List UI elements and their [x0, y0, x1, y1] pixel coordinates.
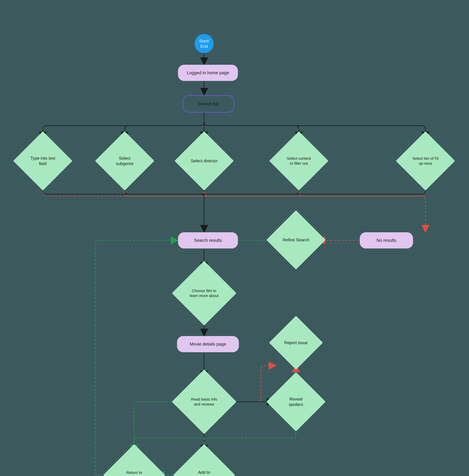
decision-subgenre: Select subgenre — [104, 140, 146, 182]
flowchart-canvas: Start/ End Logged in home page Search ba… — [0, 0, 469, 476]
decision-subgenre-label: Select subgenre — [104, 140, 146, 182]
decision-spoilers-label: Reveal spoilers — [275, 381, 317, 423]
decision-tier-label: Select tier of f'd up-ness — [404, 140, 446, 182]
process-search-results: Search results — [178, 232, 238, 249]
decision-report-issue: Report issue — [277, 324, 315, 362]
process-movie-details-label: Movie details page — [190, 341, 226, 347]
decision-refine-search: Refine Search — [275, 219, 317, 261]
decision-tier: Select tier of f'd up-ness — [404, 140, 446, 182]
decision-choose-film-label: Choose film to learn more about — [181, 270, 227, 316]
process-movie-details: Movie details page — [177, 336, 239, 352]
process-search-results-label: Search results — [194, 238, 222, 243]
decision-add-watchlist-label: Add to watchlist — [182, 453, 226, 476]
process-home-label: Logged in home page — [187, 70, 229, 76]
decision-choose-film: Choose film to learn more about — [181, 270, 227, 316]
process-search-bar-label: Search bar — [198, 101, 219, 107]
process-no-results-label: No results — [376, 238, 396, 243]
process-home-page: Logged in home page — [178, 65, 238, 81]
decision-return-results: Return to search results — [112, 453, 156, 476]
decision-filter-content: Select content to filter out — [278, 140, 320, 182]
terminal-start: Start/ End — [195, 34, 214, 53]
decision-read-info: Read basic info and reviews — [181, 379, 227, 425]
decision-add-watchlist: Add to watchlist — [182, 453, 226, 476]
process-no-results: No results — [360, 232, 413, 249]
process-search-bar: Search bar — [183, 95, 234, 113]
decision-return-label: Return to search results — [112, 453, 156, 476]
decision-refine-label: Refine Search — [275, 219, 317, 261]
decision-type-text: Type into text field — [22, 140, 64, 182]
decision-read-info-label: Read basic info and reviews — [181, 379, 227, 425]
terminal-start-label: Start/ End — [199, 38, 209, 49]
decision-report-label: Report issue — [277, 324, 315, 362]
decision-type-text-label: Type into text field — [22, 140, 64, 182]
decision-director: Select director — [183, 140, 225, 182]
decision-reveal-spoilers: Reveal spoilers — [275, 381, 317, 423]
decision-director-label: Select director — [183, 140, 225, 182]
decision-filter-label: Select content to filter out — [278, 140, 320, 182]
